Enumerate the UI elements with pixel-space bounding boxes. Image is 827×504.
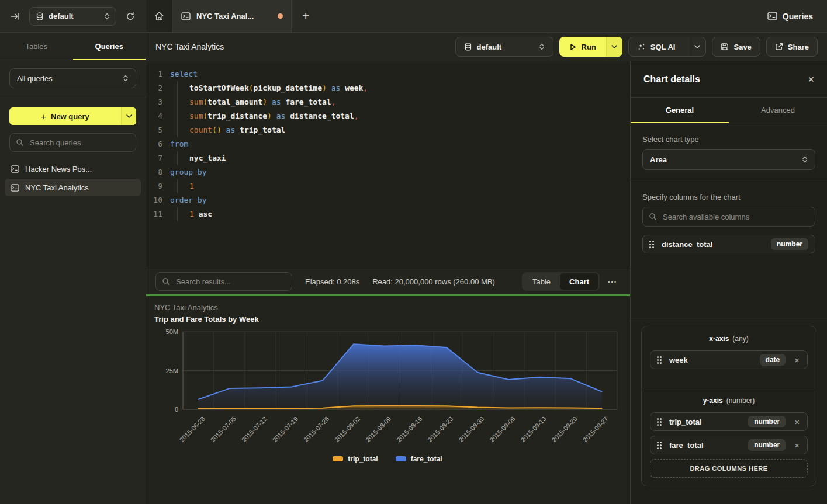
legend-swatch-fare-total bbox=[396, 456, 406, 461]
sql-code: toStartOfWeek(pickup_datetime) as week, bbox=[170, 81, 368, 95]
sparkle-icon bbox=[637, 43, 645, 51]
query-item-hacker-news[interactable]: Hacker News Pos... bbox=[5, 160, 141, 178]
sql-editor[interactable]: 1select2toStartOfWeek(pickup_datetime) a… bbox=[146, 61, 630, 269]
drag-handle-icon[interactable] bbox=[657, 442, 663, 449]
sql-line[interactable]: 10order by bbox=[146, 193, 630, 207]
tab-general[interactable]: General bbox=[631, 98, 729, 123]
column-row-week[interactable]: weekdate× bbox=[650, 350, 808, 369]
view-toggle-table[interactable]: Table bbox=[523, 273, 560, 290]
svg-text:25M: 25M bbox=[166, 367, 178, 374]
query-item-nyc-taxi[interactable]: NYC Taxi Analytics bbox=[5, 179, 141, 196]
view-toggle-chart[interactable]: Chart bbox=[560, 273, 598, 290]
save-button[interactable]: Save bbox=[712, 37, 760, 57]
search-columns-box[interactable] bbox=[642, 207, 815, 227]
svg-text:2015-07-12: 2015-07-12 bbox=[240, 415, 268, 443]
chart-details-title: Chart details bbox=[643, 74, 700, 85]
sql-line[interactable]: 111 asc bbox=[146, 207, 630, 221]
home-tab[interactable] bbox=[146, 0, 173, 32]
column-type-badge: date bbox=[760, 354, 786, 366]
column-row-fare_total[interactable]: fare_totalnumber× bbox=[650, 436, 808, 454]
line-number: 9 bbox=[146, 179, 162, 193]
svg-text:50M: 50M bbox=[166, 328, 178, 335]
svg-text:2015-09-06: 2015-09-06 bbox=[488, 415, 516, 443]
column-name: distance_total bbox=[662, 240, 712, 249]
sql-line[interactable]: 1select bbox=[146, 67, 630, 81]
sql-code: order by bbox=[170, 193, 207, 207]
sql-line[interactable]: 91 bbox=[146, 179, 630, 193]
topbar-database-select[interactable]: default bbox=[29, 7, 116, 26]
x-axis-label: x-axis bbox=[709, 335, 729, 343]
database-icon bbox=[36, 12, 44, 20]
chart-type-select[interactable]: Area bbox=[642, 149, 815, 170]
line-number: 10 bbox=[146, 193, 162, 207]
run-options-dropdown[interactable] bbox=[606, 37, 622, 57]
share-button[interactable]: Share bbox=[766, 37, 818, 57]
search-results-box[interactable] bbox=[155, 272, 292, 291]
sidebar-tab-tables[interactable]: Tables bbox=[0, 33, 73, 60]
column-row-trip_total[interactable]: trip_totalnumber× bbox=[650, 412, 808, 431]
chart-details-header: Chart details × bbox=[631, 61, 827, 98]
general-tab-label: General bbox=[666, 106, 694, 114]
legend-item-trip-total[interactable]: trip_total bbox=[333, 455, 378, 463]
query-filter-select[interactable]: All queries bbox=[9, 68, 136, 88]
tab-strip: NYC Taxi Anal... + bbox=[146, 0, 753, 32]
topbar-left: default bbox=[0, 0, 146, 32]
column-row-distance_total[interactable]: distance_totalnumber bbox=[642, 235, 815, 253]
y-axis-section: y-axis(number) trip_totalnumber×fare_tot… bbox=[642, 388, 816, 486]
editor-toolbar: NYC Taxi Analytics default Ru bbox=[146, 33, 827, 61]
table-toggle-label: Table bbox=[532, 277, 551, 286]
sql-code: nyc_taxi bbox=[170, 151, 226, 165]
sql-code: select bbox=[170, 67, 198, 81]
refresh-icon[interactable] bbox=[122, 8, 139, 25]
queries-label: Queries bbox=[783, 12, 813, 21]
new-tab-button[interactable]: + bbox=[292, 0, 320, 32]
search-results-input[interactable] bbox=[175, 277, 286, 287]
search-icon bbox=[649, 213, 657, 221]
sql-ai-dropdown[interactable] bbox=[688, 37, 705, 56]
search-queries-box[interactable] bbox=[9, 133, 136, 152]
database-icon bbox=[464, 43, 472, 51]
tab-advanced[interactable]: Advanced bbox=[729, 98, 827, 123]
new-query-button[interactable]: + New query bbox=[9, 107, 136, 125]
search-columns-input[interactable] bbox=[662, 212, 809, 222]
svg-text:0: 0 bbox=[175, 406, 178, 413]
sql-line[interactable]: 7nyc_taxi bbox=[146, 151, 630, 165]
columns-label: Specify columns for the chart bbox=[642, 193, 815, 201]
new-query-dropdown[interactable] bbox=[121, 107, 136, 125]
sql-line[interactable]: 3sum(total_amount) as fare_total, bbox=[146, 95, 630, 109]
line-number: 4 bbox=[146, 109, 162, 123]
run-button[interactable]: Run bbox=[559, 37, 622, 57]
sql-line[interactable]: 5count() as trip_total bbox=[146, 123, 630, 137]
app-window: default NYC Taxi Anal... bbox=[0, 0, 827, 504]
tab-nyc-taxi-analytics[interactable]: NYC Taxi Anal... bbox=[173, 0, 292, 32]
sql-line[interactable]: 6from bbox=[146, 137, 630, 151]
sql-code: group by bbox=[170, 165, 207, 179]
remove-column-icon[interactable]: × bbox=[792, 441, 801, 450]
drag-columns-drop-zone[interactable]: DRAG COLUMNS HERE bbox=[650, 459, 808, 478]
drag-handle-icon[interactable] bbox=[657, 356, 663, 364]
sidebar-tab-queries[interactable]: Queries bbox=[73, 33, 146, 60]
editor-column: 1select2toStartOfWeek(pickup_datetime) a… bbox=[146, 61, 630, 504]
save-label: Save bbox=[733, 43, 751, 51]
more-options-icon[interactable]: ··· bbox=[604, 277, 621, 286]
remove-column-icon[interactable]: × bbox=[792, 418, 801, 426]
drag-handle-icon[interactable] bbox=[657, 418, 663, 426]
sql-line[interactable]: 4sum(trip_distance) as distance_total, bbox=[146, 109, 630, 123]
line-number: 11 bbox=[146, 207, 162, 221]
save-icon bbox=[721, 43, 729, 51]
sql-line[interactable]: 8group by bbox=[146, 165, 630, 179]
sql-line[interactable]: 2toStartOfWeek(pickup_datetime) as week, bbox=[146, 81, 630, 95]
sql-ai-button[interactable]: SQL AI bbox=[628, 37, 707, 57]
search-queries-input[interactable] bbox=[29, 138, 130, 148]
svg-text:2015-09-20: 2015-09-20 bbox=[551, 415, 579, 443]
collapse-sidebar-icon[interactable] bbox=[7, 8, 23, 25]
toolbar-database-select[interactable]: default bbox=[455, 37, 553, 57]
sidebar: Tables Queries All queries + New query bbox=[0, 33, 146, 504]
remove-column-icon[interactable]: × bbox=[792, 356, 801, 364]
chevron-updown-icon bbox=[123, 74, 129, 82]
drag-handle-icon[interactable] bbox=[649, 241, 655, 248]
chart-svg[interactable]: 025M50M2015-06-282015-07-052015-07-12201… bbox=[154, 326, 620, 451]
legend-item-fare-total[interactable]: fare_total bbox=[396, 455, 442, 463]
close-icon[interactable]: × bbox=[808, 74, 814, 85]
queries-button[interactable]: Queries bbox=[753, 0, 827, 32]
